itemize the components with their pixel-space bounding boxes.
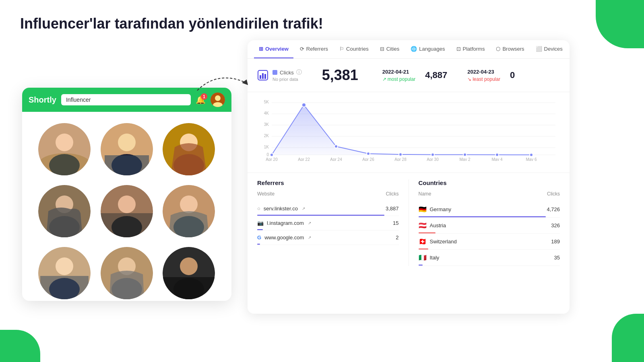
stats-row: Clicks ⓘ No prior data 5,381 2022-04-21 … — [248, 59, 570, 92]
country-name-austria: Austria — [430, 222, 446, 228]
country-bar-austria — [419, 232, 436, 233]
tab-referrers[interactable]: ⟳ Referrers — [295, 40, 333, 58]
svg-text:4K: 4K — [264, 111, 269, 115]
svg-rect-7 — [38, 153, 91, 175]
metric-label: Clicks — [280, 70, 294, 76]
svg-point-54 — [302, 103, 306, 107]
country-clicks-austria: 326 — [551, 222, 560, 228]
svg-text:5K: 5K — [264, 100, 269, 104]
linkster-icon: ○ — [257, 206, 260, 212]
country-clicks-switzerland: 189 — [551, 239, 560, 245]
referrer-row-2: 📷 l.instagram.com ↗ 15 — [257, 216, 399, 230]
influencer-avatar-3 — [163, 123, 215, 175]
chart-area: 5K 4K 3K 2K 1K 0 — [248, 92, 570, 173]
line-chart: 5K 4K 3K 2K 1K 0 — [257, 99, 560, 161]
svg-rect-37 — [260, 75, 261, 79]
svg-point-57 — [399, 153, 402, 156]
influencer-avatar-4 — [38, 185, 91, 237]
tab-referrers-label: Referrers — [306, 46, 328, 52]
referrers-icon: ⟳ — [300, 46, 304, 52]
svg-point-56 — [367, 152, 370, 155]
blob-decoration-top-right — [596, 0, 644, 48]
least-popular-date: 2022-04-23 — [467, 69, 500, 75]
country-row-austria: 🇦🇹 Austria 326 — [419, 218, 560, 234]
svg-text:3K: 3K — [264, 122, 269, 127]
external-link-icon-1: ↗ — [302, 206, 305, 211]
svg-point-59 — [463, 153, 466, 156]
country-name-switzerland: Switzerland — [430, 239, 457, 245]
flag-italy: 🇮🇹 — [419, 254, 427, 261]
shortly-logo: Shortly — [29, 95, 56, 105]
influencer-avatar-2 — [101, 123, 153, 175]
svg-text:Apr 24: Apr 24 — [330, 157, 342, 161]
svg-point-53 — [270, 153, 273, 156]
browsers-icon: ⬡ — [496, 46, 500, 52]
country-row-italy-left: 🇮🇹 Italy — [419, 254, 440, 261]
svg-rect-21 — [101, 213, 153, 237]
referrers-col-website: Website — [257, 191, 275, 197]
svg-marker-52 — [272, 105, 531, 155]
tab-platforms[interactable]: ⊡ Platforms — [452, 40, 490, 58]
search-input[interactable] — [61, 94, 191, 105]
referrer-bar-1 — [257, 215, 384, 216]
info-icon: ⓘ — [296, 69, 302, 76]
metric-dot — [272, 70, 277, 75]
svg-rect-38 — [262, 73, 264, 79]
shortly-app-card: Shortly 🔔 1 — [22, 88, 231, 301]
country-row-italy: 🇮🇹 Italy 35 — [419, 250, 560, 266]
country-bar-italy — [419, 265, 423, 265]
influencer-avatar-8 — [101, 247, 153, 299]
referrers-header: Website Clicks — [257, 191, 399, 198]
tab-countries-label: Countries — [346, 46, 369, 52]
blob-decoration-bottom-left — [0, 330, 40, 362]
country-row-germany: 🇩🇪 Germany 4,726 — [419, 202, 560, 218]
tab-devices-label: Devices — [544, 46, 563, 52]
referrer-name-3: www.google.com — [264, 234, 304, 241]
referrer-name-1: serv.linkster.co — [264, 206, 298, 212]
most-popular-value: 4,887 — [425, 70, 447, 80]
arrow-decoration — [193, 66, 258, 100]
tab-overview[interactable]: ⊞ Overview — [254, 40, 293, 58]
svg-point-61 — [530, 153, 533, 156]
svg-text:Apr 30: Apr 30 — [427, 157, 439, 161]
platforms-icon: ⊡ — [456, 46, 461, 52]
svg-text:0: 0 — [266, 152, 269, 157]
tab-cities[interactable]: ⊟ Cities — [375, 40, 405, 58]
most-popular-date: 2022-04-21 — [382, 69, 415, 75]
svg-rect-35 — [163, 277, 215, 299]
most-popular-label: ↗ most popular — [382, 76, 415, 82]
referrers-col-clicks: Clicks — [386, 191, 399, 197]
countries-section: Countries Name Clicks 🇩🇪 Germany 4,726 🇦… — [409, 179, 570, 266]
tab-devices[interactable]: ⬜ Devices — [531, 40, 568, 58]
tab-languages-label: Languages — [419, 46, 445, 52]
svg-rect-39 — [264, 74, 266, 79]
page-title: Influencer'lar tarafından yönlendirilen … — [20, 15, 323, 32]
influencer-avatar-6 — [163, 185, 215, 237]
svg-text:May 6: May 6 — [526, 157, 537, 161]
referrer-name-2: l.instagram.com — [267, 220, 304, 226]
external-link-icon-3: ↗ — [308, 235, 311, 240]
tab-countries[interactable]: ⚐ Countries — [334, 40, 374, 58]
svg-text:2K: 2K — [264, 134, 269, 138]
influencers-grid — [22, 112, 231, 301]
referrer-bar-3 — [257, 244, 260, 245]
influencer-avatar-5 — [101, 185, 153, 237]
svg-rect-28 — [40, 276, 89, 299]
svg-text:May 2: May 2 — [459, 157, 471, 161]
tab-platforms-label: Platforms — [463, 46, 485, 52]
arrow-up-icon: ↗ — [382, 76, 386, 82]
country-row-germany-left: 🇩🇪 Germany — [419, 206, 451, 213]
svg-point-58 — [431, 153, 434, 156]
country-row-switzerland: 🇨🇭 Switzerland 189 — [419, 234, 560, 250]
referrer-row-3-left: G www.google.com ↗ — [257, 234, 311, 241]
country-row-austria-left: 🇦🇹 Austria — [419, 222, 446, 229]
external-link-icon-2: ↗ — [308, 221, 311, 225]
countries-col-clicks: Clicks — [547, 191, 560, 197]
svg-point-5 — [56, 134, 73, 151]
cities-icon: ⊟ — [380, 46, 384, 52]
referrer-clicks-2: 15 — [393, 220, 398, 226]
svg-point-33 — [180, 257, 198, 275]
tab-browsers[interactable]: ⬡ Browsers — [491, 40, 529, 58]
least-popular-stat: 2022-04-23 ↘ least popular — [467, 69, 500, 82]
tab-languages[interactable]: 🌐 Languages — [406, 40, 450, 58]
